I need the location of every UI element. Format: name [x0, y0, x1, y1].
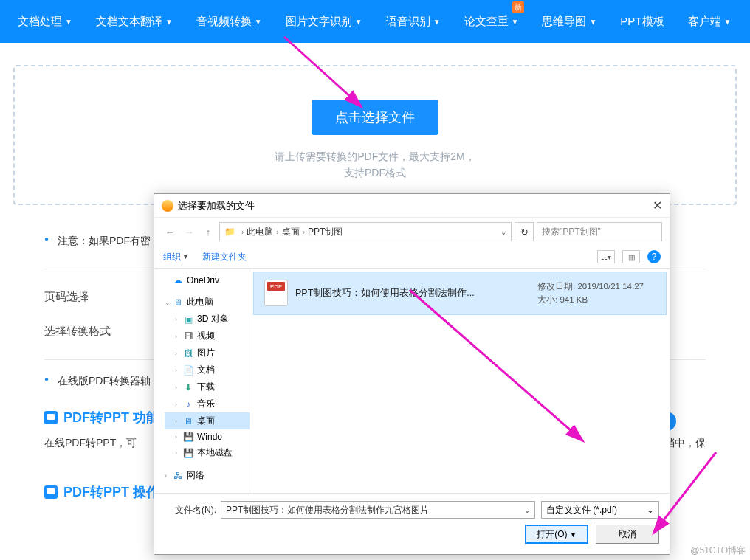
filename-input[interactable]: PPT制图技巧：如何使用表格分割法制作九宫格图片⌄ — [221, 501, 535, 519]
tree-documents[interactable]: ›📄文档 — [165, 362, 250, 378]
section-icon — [44, 485, 58, 499]
chevron-down-icon: ▼ — [255, 18, 262, 26]
new-folder-button[interactable]: 新建文件夹 — [202, 251, 247, 263]
filename-label: 文件名(N): — [165, 504, 216, 516]
nav-doc-translate[interactable]: 文档文本翻译▼ — [84, 0, 185, 43]
downloads-icon: ⬇ — [182, 382, 194, 393]
network-icon: 🖧 — [172, 471, 184, 481]
top-nav: 文档处理▼ 文档文本翻译▼ 音视频转换▼ 图片文字识别▼ 语音识别▼ 论文查重▼… — [0, 0, 750, 43]
dialog-title: 选择要加载的文件 — [178, 199, 255, 212]
close-icon[interactable]: ✕ — [653, 198, 662, 212]
tree-pictures[interactable]: ›🖼图片 — [165, 345, 250, 362]
forward-button[interactable]: → — [181, 224, 197, 240]
chevron-down-icon[interactable]: ⌄ — [500, 228, 506, 236]
nav-doc-process[interactable]: 文档处理▼ — [6, 0, 84, 43]
chevron-down-icon[interactable]: ⌄ — [524, 506, 530, 514]
organize-menu[interactable]: 组织▼ — [163, 251, 189, 263]
dialog-nav: ← → ↑ 📁 › 此电脑 › 桌面 › PPT制图 ⌄ ↻ 搜索"PPT制图" — [154, 217, 670, 246]
dialog-toolbar: 组织▼ 新建文件夹 ☷▾ ▥ ? — [154, 246, 670, 269]
tree-3d[interactable]: ›▣3D 对象 — [165, 311, 250, 328]
nav-plagiarism[interactable]: 论文查重▼新 — [453, 0, 531, 43]
video-icon: 🎞 — [182, 331, 194, 342]
view-mode-button[interactable]: ☷▾ — [597, 250, 615, 263]
file-meta: 修改日期: 2019/10/21 14:27 大小: 941 KB — [537, 280, 656, 307]
disk-icon: 💾 — [182, 448, 194, 458]
back-button[interactable]: ← — [162, 224, 178, 240]
music-icon: ♪ — [182, 399, 194, 409]
upload-hint: 请上传需要转换的PDF文件，最大支持2M， 支持PDF格式 — [15, 148, 735, 182]
chevron-down-icon: ▼ — [165, 18, 173, 26]
chevron-down-icon: ▼ — [65, 18, 72, 26]
nav-ocr[interactable]: 图片文字识别▼ — [274, 0, 374, 43]
watermark: @51CTO博客 — [690, 545, 746, 557]
preview-pane-button[interactable]: ▥ — [622, 250, 640, 263]
chevron-down-icon: ▼ — [512, 18, 519, 26]
chevron-down-icon: ▼ — [724, 18, 732, 26]
refresh-button[interactable]: ↻ — [515, 222, 534, 241]
disk-icon: 💾 — [182, 432, 194, 442]
desktop-icon: 🖥 — [182, 416, 194, 426]
open-button[interactable]: 打开(O) ▼ — [525, 525, 588, 544]
folder-tree: ☁OneDriv ⌄🖥此电脑 ›▣3D 对象 ›🎞视频 ›🖼图片 ›📄文档 ›⬇… — [154, 269, 250, 493]
pdf-icon: PDF — [264, 280, 288, 306]
up-button[interactable]: ↑ — [200, 224, 216, 240]
cancel-button[interactable]: 取消 — [596, 525, 659, 544]
computer-icon: 🖥 — [172, 297, 184, 308]
documents-icon: 📄 — [182, 365, 194, 376]
nav-client[interactable]: 客户端▼ — [676, 0, 743, 43]
select-file-button[interactable]: 点击选择文件 — [312, 100, 438, 135]
tree-onedrive[interactable]: ☁OneDriv — [154, 273, 250, 288]
tree-desktop[interactable]: ›🖥桌面 — [165, 412, 250, 429]
dialog-titlebar: 选择要加载的文件 ✕ — [154, 194, 670, 217]
chevron-down-icon: ⌄ — [647, 505, 654, 515]
file-open-dialog: 选择要加载的文件 ✕ ← → ↑ 📁 › 此电脑 › 桌面 › PPT制图 ⌄ … — [154, 193, 670, 555]
filetype-select[interactable]: 自定义文件 (*.pdf)⌄ — [541, 501, 659, 519]
cloud-icon: ☁ — [172, 275, 184, 286]
tree-video[interactable]: ›🎞视频 — [165, 328, 250, 345]
upload-dropzone[interactable]: 点击选择文件 请上传需要转换的PDF文件，最大支持2M， 支持PDF格式 — [13, 65, 737, 205]
folder-icon: 📁 — [224, 227, 235, 237]
chevron-down-icon: ▼ — [355, 18, 362, 26]
pictures-icon: 🖼 — [182, 348, 194, 359]
file-list: PDF PPT制图技巧：如何使用表格分割法制作... 修改日期: 2019/10… — [250, 269, 670, 493]
chevron-down-icon: ▼ — [433, 18, 441, 26]
nav-speech[interactable]: 语音识别▼ — [374, 0, 453, 43]
cube-icon: ▣ — [182, 314, 194, 325]
section-icon — [44, 411, 58, 424]
address-bar[interactable]: 📁 › 此电脑 › 桌面 › PPT制图 ⌄ — [219, 222, 512, 241]
new-badge: 新 — [512, 1, 524, 13]
tree-network[interactable]: ›🖧网络 — [154, 467, 250, 484]
tree-localdisk[interactable]: ›💾本地磁盘 — [165, 444, 250, 461]
file-name: PPT制图技巧：如何使用表格分割法制作... — [295, 287, 537, 300]
tree-downloads[interactable]: ›⬇下载 — [165, 378, 250, 395]
dialog-footer: 文件名(N): PPT制图技巧：如何使用表格分割法制作九宫格图片⌄ 自定义文件 … — [154, 493, 670, 554]
file-item[interactable]: PDF PPT制图技巧：如何使用表格分割法制作... 修改日期: 2019/10… — [253, 272, 667, 315]
nav-av-convert[interactable]: 音视频转换▼ — [185, 0, 274, 43]
search-input[interactable]: 搜索"PPT制图" — [537, 222, 662, 241]
app-icon — [162, 200, 173, 212]
help-icon[interactable]: ? — [647, 250, 661, 263]
tree-thispc[interactable]: ⌄🖥此电脑 — [154, 294, 250, 311]
chevron-down-icon: ▼ — [589, 18, 596, 26]
tree-music[interactable]: ›♪音乐 — [165, 395, 250, 412]
nav-ppt-template[interactable]: PPT模板 — [608, 0, 675, 43]
tree-windows[interactable]: ›💾Windo — [165, 429, 250, 444]
nav-mindmap[interactable]: 思维导图▼ — [530, 0, 608, 43]
